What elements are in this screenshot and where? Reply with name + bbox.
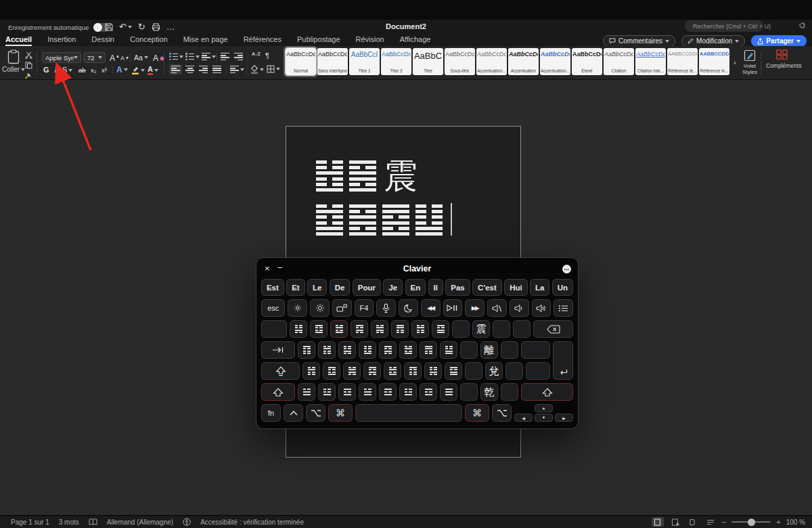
key-control[interactable] xyxy=(284,404,303,422)
key-arrow-left[interactable]: ◀ xyxy=(514,414,533,422)
key-hexagram[interactable] xyxy=(290,320,307,338)
key-blank[interactable] xyxy=(452,320,470,338)
key-command[interactable]: ⌘ xyxy=(465,404,489,422)
key-hexagram[interactable] xyxy=(302,362,320,380)
key-hexagram[interactable] xyxy=(371,320,388,338)
style-card-titre-1[interactable]: AaBbCcITitre 1 xyxy=(349,48,380,75)
align-center-button[interactable] xyxy=(185,66,194,73)
key-blank[interactable] xyxy=(460,341,478,359)
change-case-button[interactable]: Aa xyxy=(134,53,148,62)
key-blank[interactable] xyxy=(521,341,550,359)
suggestion-key[interactable]: Pour xyxy=(353,279,381,296)
key-hexagram[interactable] xyxy=(318,383,336,401)
fnkey-volume-up[interactable] xyxy=(532,299,551,317)
key-hexagram[interactable] xyxy=(391,320,409,338)
key-backspace[interactable] xyxy=(533,320,573,338)
shrink-font-button[interactable]: A xyxy=(120,55,129,62)
suggestion-key[interactable]: En xyxy=(405,279,426,296)
keyboard-viewer-window[interactable]: × − Clavier ••• EstEtLeDePourJeEnIlPasC'… xyxy=(256,257,579,429)
suggestion-key[interactable]: Un xyxy=(552,279,573,296)
key-hexagram[interactable] xyxy=(404,362,422,380)
suggestion-key[interactable]: Pas xyxy=(445,279,470,296)
copy-icon[interactable] xyxy=(25,62,32,69)
tab-références[interactable]: Références xyxy=(244,35,281,46)
fnkey-brightness-down[interactable] xyxy=(288,299,307,317)
suggestion-key[interactable]: Et xyxy=(286,279,304,296)
view-focus-button[interactable] xyxy=(652,517,664,527)
key-capslock[interactable] xyxy=(261,362,300,380)
style-card-élevé[interactable]: AaBbCcDdEeÉlevé xyxy=(572,48,602,75)
page-indicator[interactable]: Page 1 sur 1 xyxy=(11,519,49,526)
key-hexagram[interactable] xyxy=(440,383,457,401)
key-blank[interactable] xyxy=(501,383,518,401)
cut-icon[interactable] xyxy=(25,51,32,59)
key-hexagram[interactable] xyxy=(330,320,348,338)
key-hexagram[interactable] xyxy=(420,341,437,359)
addins-button[interactable]: Compléments xyxy=(766,49,797,69)
tab-accueil[interactable]: Accueil xyxy=(5,35,32,46)
align-right-button[interactable] xyxy=(199,66,208,73)
tab-affichage[interactable]: Affichage xyxy=(400,35,431,46)
view-draft-button[interactable] xyxy=(687,517,699,527)
key-shift[interactable] xyxy=(521,383,573,401)
key-hexagram[interactable] xyxy=(323,362,340,380)
key-blank[interactable] xyxy=(460,383,478,401)
view-web-layout-button[interactable] xyxy=(704,517,717,527)
style-card-citation-inte-[interactable]: AaBbCcDdEeCitation inte... xyxy=(635,48,666,75)
paste-button[interactable]: Coller xyxy=(5,49,22,73)
grow-font-button[interactable]: A xyxy=(110,53,119,63)
style-card-sans-interligne[interactable]: AaBbCcDdEeSans interligne xyxy=(317,48,348,75)
clear-formatting-button[interactable]: A xyxy=(153,53,164,63)
font-color-button[interactable]: A xyxy=(148,66,158,75)
key-cjk[interactable]: 乾 xyxy=(480,383,498,401)
styles-pane-button[interactable]: Volet Styles xyxy=(739,49,761,75)
key-cjk[interactable]: 離 xyxy=(480,341,498,359)
key-blank[interactable] xyxy=(465,362,482,380)
key-hexagram[interactable] xyxy=(359,383,376,401)
key-option[interactable] xyxy=(306,404,325,422)
underline-button[interactable]: S xyxy=(62,66,72,74)
tab-mise-en-page[interactable]: Mise en page xyxy=(183,35,228,46)
key-blank[interactable] xyxy=(505,362,523,380)
tab-révision[interactable]: Révision xyxy=(356,35,384,46)
key-space[interactable] xyxy=(355,404,462,422)
fnkey-mission-control[interactable] xyxy=(332,299,352,317)
tab-publipostage[interactable]: Publipostage xyxy=(297,35,340,46)
tab-insertion[interactable]: Insertion xyxy=(47,35,76,46)
key-hexagram[interactable] xyxy=(298,341,315,359)
key-hexagram[interactable] xyxy=(310,320,328,338)
key-blank[interactable] xyxy=(261,320,287,338)
bullets-button[interactable] xyxy=(169,53,183,60)
accessibility-status[interactable]: Accessibilité : vérification terminée xyxy=(200,519,304,526)
zoom-slider[interactable] xyxy=(731,521,771,523)
view-print-layout-button[interactable] xyxy=(669,517,681,527)
search-input[interactable]: Rechercher (Cmd + Ctrl + U) xyxy=(685,20,763,32)
key-hexagram[interactable] xyxy=(318,341,336,359)
show-marks-button[interactable]: ¶ xyxy=(265,51,269,60)
key-hexagram[interactable] xyxy=(379,341,397,359)
highlight-button[interactable] xyxy=(131,66,145,74)
suggestion-key[interactable]: De xyxy=(330,279,351,296)
decrease-indent-button[interactable] xyxy=(221,53,229,60)
key-return[interactable] xyxy=(553,341,573,380)
fnkey-fast-forward[interactable]: ▶▶ xyxy=(465,299,484,317)
style-card-accentuation-[interactable]: AaBbCcDdEeAccentuation... xyxy=(540,48,570,75)
key-hexagram[interactable] xyxy=(445,362,462,380)
borders-button[interactable] xyxy=(267,65,280,73)
justify-button[interactable] xyxy=(212,66,221,73)
key-blank[interactable] xyxy=(526,362,550,380)
suggestion-key[interactable]: Il xyxy=(428,279,443,296)
key-arrow-down[interactable]: ▼ xyxy=(535,414,553,422)
key-hexagram[interactable] xyxy=(379,383,397,401)
key-hexagram[interactable] xyxy=(420,383,437,401)
superscript-button[interactable]: x² xyxy=(102,66,107,74)
strikethrough-button[interactable]: ab xyxy=(78,66,86,74)
key-shift[interactable] xyxy=(261,383,295,401)
fnkey-f4[interactable]: F4 xyxy=(355,299,374,317)
fnkey-keyboard-menu[interactable] xyxy=(554,299,573,317)
style-card-accentuation[interactable]: AaBbCcDdEeAccentuation xyxy=(508,48,539,75)
editing-mode-button[interactable]: Modification xyxy=(681,35,745,47)
key-blank[interactable] xyxy=(493,320,510,338)
shading-button[interactable] xyxy=(250,65,264,74)
key-fn[interactable]: fn xyxy=(261,404,281,422)
